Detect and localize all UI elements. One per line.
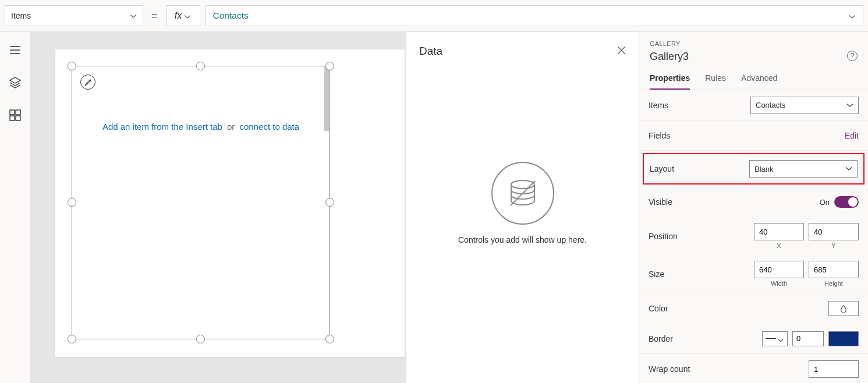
resize-handle[interactable]: [196, 62, 205, 70]
fx-button[interactable]: fx: [166, 5, 200, 26]
chevron-down-icon: [130, 12, 137, 19]
tab-advanced[interactable]: Advanced: [741, 73, 777, 90]
layers-icon[interactable]: [9, 76, 22, 89]
close-icon[interactable]: [617, 46, 626, 57]
items-dropdown[interactable]: Contacts: [750, 97, 859, 114]
formula-bar: Items = fx Contacts: [0, 0, 868, 32]
resize-handle[interactable]: [325, 198, 334, 207]
items-label: Items: [649, 101, 668, 110]
y-sublabel: Y: [809, 242, 859, 249]
layout-label: Layout: [650, 164, 674, 173]
items-value: Contacts: [756, 101, 785, 109]
fx-label: fx: [175, 10, 182, 21]
visible-toggle[interactable]: [834, 196, 859, 208]
chevron-down-icon: [846, 102, 853, 109]
fields-edit-link[interactable]: Edit: [845, 131, 859, 140]
data-panel-title: Data: [419, 45, 442, 58]
connect-data-link[interactable]: connect to data: [240, 122, 300, 132]
resize-handle[interactable]: [325, 62, 334, 70]
width-sublabel: Width: [754, 280, 804, 287]
prop-row-border: Border: [639, 324, 868, 354]
resize-handle[interactable]: [196, 335, 205, 343]
resize-handle[interactable]: [325, 335, 334, 343]
layout-dropdown[interactable]: Blank: [749, 160, 858, 178]
canvas-area[interactable]: Add an item from the Insert tab or conne…: [31, 32, 406, 383]
border-width-input[interactable]: [792, 331, 824, 346]
prop-row-visible: Visible On: [639, 187, 868, 217]
prop-row-wrapcount: Wrap count: [639, 354, 868, 383]
tab-properties[interactable]: Properties: [650, 73, 690, 90]
properties-tabs: Properties Rules Advanced: [639, 65, 868, 90]
chevron-down-icon: [184, 12, 191, 19]
svg-line-5: [511, 181, 535, 205]
color-picker[interactable]: [828, 301, 859, 316]
formula-input[interactable]: Contacts: [206, 5, 863, 26]
no-data-icon: [491, 162, 554, 225]
resize-handle[interactable]: [68, 335, 76, 343]
position-x-input[interactable]: [754, 223, 804, 240]
svg-rect-3: [16, 116, 20, 120]
insert-hint-link[interactable]: Add an item from the Insert tab: [102, 122, 222, 132]
control-name: Gallery3: [650, 51, 858, 63]
border-label: Border: [649, 334, 673, 343]
resize-handle[interactable]: [68, 198, 76, 207]
size-height-input[interactable]: [809, 261, 859, 278]
fields-label: Fields: [649, 131, 670, 140]
prop-row-items: Items Contacts: [639, 90, 868, 120]
svg-rect-0: [10, 110, 15, 115]
left-rail: [0, 32, 31, 383]
color-label: Color: [649, 304, 668, 313]
hamburger-icon[interactable]: [9, 44, 22, 56]
gallery-hint: Add an item from the Insert tab or conne…: [72, 122, 330, 132]
prop-row-position: Position X Y: [639, 217, 868, 255]
prop-row-size: Size Width Height: [639, 255, 868, 293]
prop-row-fields: Fields Edit: [639, 120, 868, 151]
chevron-down-icon: [845, 165, 852, 172]
property-dropdown[interactable]: Items: [5, 5, 143, 26]
edit-pencil-icon[interactable]: [80, 75, 95, 90]
x-sublabel: X: [754, 242, 804, 249]
prop-row-color: Color: [639, 293, 868, 324]
position-label: Position: [649, 232, 678, 241]
border-color-picker[interactable]: [828, 331, 859, 346]
property-dropdown-label: Items: [11, 11, 31, 20]
size-label: Size: [649, 269, 664, 279]
height-sublabel: Height: [809, 280, 859, 287]
formula-text: Contacts: [213, 10, 249, 21]
selected-gallery[interactable]: Add an item from the Insert tab or conne…: [72, 66, 330, 339]
data-empty-message: Controls you add will show up here.: [458, 235, 587, 244]
control-category: GALLERY: [650, 40, 858, 47]
position-y-input[interactable]: [809, 223, 859, 240]
wrapcount-input[interactable]: [809, 360, 859, 378]
layout-value: Blank: [754, 165, 774, 173]
properties-panel: GALLERY Gallery3 ? Properties Rules Adva…: [639, 32, 868, 383]
chevron-down-icon: [778, 335, 785, 342]
components-icon[interactable]: [9, 109, 22, 122]
prop-row-layout: Layout Blank: [643, 153, 865, 185]
hint-separator: or: [225, 122, 237, 132]
tab-rules[interactable]: Rules: [705, 73, 726, 90]
border-style-dropdown[interactable]: [762, 331, 788, 346]
visible-label: Visible: [649, 197, 672, 207]
data-panel: Data Controls you add will show up here.: [406, 32, 639, 383]
size-width-input[interactable]: [754, 261, 804, 278]
wrapcount-label: Wrap count: [649, 364, 690, 374]
svg-rect-1: [16, 110, 20, 115]
help-icon[interactable]: ?: [847, 51, 858, 61]
svg-rect-2: [10, 116, 15, 120]
equals-sign: =: [149, 10, 160, 22]
visible-state: On: [820, 198, 830, 207]
chevron-down-icon: [849, 12, 856, 19]
resize-handle[interactable]: [68, 62, 76, 70]
